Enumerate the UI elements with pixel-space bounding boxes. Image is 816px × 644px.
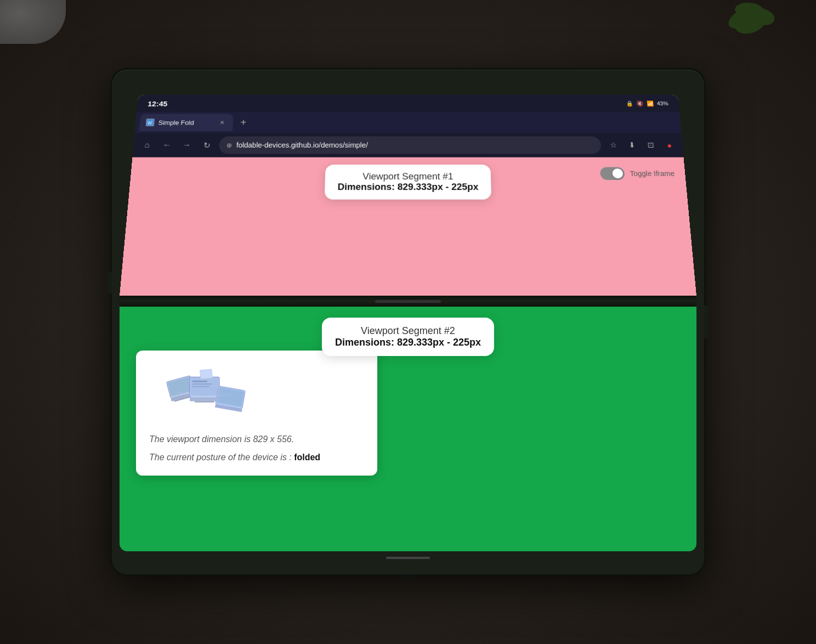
viewport-dimension-text: The viewport dimension is 829 x 556.	[149, 433, 364, 446]
foldable-devices-svg	[160, 367, 259, 422]
forward-button[interactable]: →	[179, 138, 195, 152]
toggle-iframe-area: Toggle Iframe	[600, 167, 675, 180]
browser-chrome: 12:45 🔒 🔇 📶 43% W Simple Fold	[133, 95, 684, 157]
back-button[interactable]: ←	[159, 138, 175, 152]
posture-value: folded	[294, 453, 320, 462]
svg-rect-16	[190, 398, 219, 401]
download-button[interactable]: ⬇	[625, 139, 639, 151]
reload-button[interactable]: ↻	[199, 138, 214, 152]
segment-2-dimensions: Dimensions: 829.333px - 225px	[335, 337, 481, 348]
side-bump-right	[704, 306, 709, 338]
address-field[interactable]: ⊕ foldable-devices.github.io/demos/simpl…	[219, 137, 602, 154]
info-card: The viewport dimension is 829 x 556. The…	[136, 351, 377, 476]
posture-text: The current posture of the device is : f…	[149, 453, 364, 462]
mute-icon: 🔇	[636, 100, 644, 106]
top-screen-panel: 12:45 🔒 🔇 📶 43% W Simple Fold	[120, 95, 696, 296]
new-tab-button[interactable]: +	[235, 115, 252, 130]
segment-2-title: Viewport Segment #2	[335, 325, 481, 337]
tab-bar: W Simple Fold × +	[135, 112, 682, 133]
active-tab[interactable]: W Simple Fold ×	[139, 114, 234, 131]
posture-label: The current posture of the device is :	[149, 453, 292, 462]
screen-container: 12:45 🔒 🔇 📶 43% W Simple Fold	[120, 76, 696, 551]
nav-indicator-bar	[386, 557, 430, 559]
status-bar: 12:45 🔒 🔇 📶 43%	[137, 95, 679, 112]
side-bump-left	[107, 272, 112, 293]
lock-icon: 🔒	[626, 100, 633, 106]
bottom-nav-bar	[120, 551, 696, 564]
tab-favicon: W	[146, 118, 155, 126]
segment-1-title: Viewport Segment #1	[338, 172, 478, 182]
svg-rect-15	[192, 386, 210, 387]
segment-1-dimensions: Dimensions: 829.333px - 225px	[337, 182, 478, 193]
home-button[interactable]: ⌂	[139, 138, 155, 152]
toggle-iframe-switch[interactable]	[600, 167, 625, 180]
toggle-knob	[612, 168, 623, 178]
wifi-icon: 📶	[647, 100, 654, 106]
battery-icon: 43%	[656, 100, 668, 106]
status-icons: 🔒 🔇 📶 43%	[626, 100, 668, 106]
segment-1-card: Viewport Segment #1 Dimensions: 829.333p…	[325, 165, 491, 200]
device-illustration	[149, 367, 364, 422]
record-button[interactable]: ●	[662, 139, 677, 151]
tab-title: Simple Fold	[158, 119, 213, 126]
address-bar-row: ⌂ ← → ↻ ⊕ foldable-devices.github.io/dem…	[133, 133, 684, 157]
svg-rect-17	[195, 402, 214, 403]
url-text: foldable-devices.github.io/demos/simple/	[236, 141, 594, 149]
hinge-area	[120, 296, 696, 307]
bookmark-button[interactable]: ☆	[606, 139, 620, 151]
segment-2-card: Viewport Segment #2 Dimensions: 829.333p…	[322, 318, 494, 356]
tab-switcher-button[interactable]: ⊡	[643, 139, 658, 151]
bottom-screen-panel: Viewport Segment #2 Dimensions: 829.333p…	[120, 307, 696, 551]
status-time: 12:45	[148, 99, 168, 108]
site-settings-icon: ⊕	[226, 142, 233, 149]
svg-rect-21	[200, 369, 212, 379]
plant-decoration	[717, 0, 783, 44]
foldable-device: 12:45 🔒 🔇 📶 43% W Simple Fold	[112, 70, 704, 574]
charging-port	[400, 574, 416, 578]
svg-rect-13	[192, 381, 207, 382]
toggle-iframe-label: Toggle Iframe	[630, 170, 675, 177]
svg-rect-14	[192, 383, 212, 385]
tab-close-button[interactable]: ×	[217, 118, 227, 127]
hinge-bar	[375, 300, 441, 303]
